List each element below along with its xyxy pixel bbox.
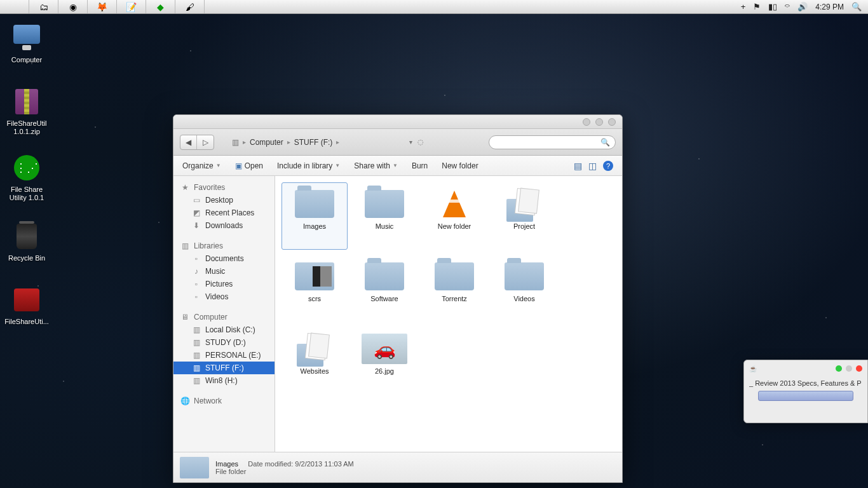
sidebar-item-videos[interactable]: ▫Videos <box>173 290 275 303</box>
add-icon[interactable]: + <box>741 2 746 11</box>
forward-button[interactable]: ▷ <box>197 135 214 149</box>
folder-music[interactable]: Music <box>351 182 417 250</box>
folder-docs-icon <box>506 186 542 222</box>
spotlight-icon[interactable]: 🔍 <box>851 2 862 11</box>
sidebar-item-personal[interactable]: ▥PERSONAL (E:) <box>173 349 275 362</box>
sidebar-item-stuff[interactable]: ▥STUFF (F:) <box>173 362 275 374</box>
sidebar-item-recent[interactable]: ◩Recent Places <box>173 207 275 219</box>
view-mode-icon[interactable]: ▤ <box>574 161 582 171</box>
sidebar-item-documents[interactable]: ▫Documents <box>173 252 275 265</box>
folder-preview-icon <box>295 262 334 290</box>
new-folder-button[interactable]: New folder <box>442 161 478 170</box>
sidebar-item-pictures[interactable]: ▫Pictures <box>173 278 275 290</box>
menubar-firefox-icon[interactable]: 🦊 <box>88 0 117 13</box>
drive-icon: ▥ <box>191 325 201 335</box>
zoom-button[interactable] <box>595 118 603 126</box>
command-bar: Organize▼ ▣Open Include in library▼ Shar… <box>173 156 622 176</box>
chevron-right-icon: ▸ <box>243 139 246 146</box>
close-button[interactable] <box>608 118 616 126</box>
java-popup-window[interactable]: ☕ _ Review 2013 Specs, Features & P <box>743 360 868 423</box>
status-modified-label: Date modified: <box>248 460 293 468</box>
sidebar-item-study[interactable]: ▥STUDY (D:) <box>173 336 275 349</box>
popup-titlebar[interactable]: ☕ <box>749 363 862 374</box>
trash-icon <box>17 224 37 249</box>
java-icon: ☕ <box>749 365 757 372</box>
menubar-notes-icon[interactable]: 📝 <box>117 0 146 13</box>
popup-min-button[interactable] <box>836 365 842 372</box>
help-icon[interactable]: ? <box>603 161 613 171</box>
folder-docs-icon <box>297 331 332 367</box>
file-26-jpg[interactable]: 🚗26.jpg <box>351 327 417 395</box>
desktop-icon-archive[interactable]: FileShareUtil 1.0.1.zip <box>1 86 52 136</box>
apple-menu-icon[interactable] <box>0 0 29 13</box>
sidebar-group-network[interactable]: 🌐Network <box>173 395 275 407</box>
sidebar-group-favorites[interactable]: ★Favorites <box>173 181 275 194</box>
breadcrumb-root[interactable]: Computer <box>250 138 283 147</box>
window-titlebar[interactable] <box>173 115 622 129</box>
sidebar-item-downloads[interactable]: ⬇Downloads <box>173 219 275 232</box>
share-menu[interactable]: Share with▼ <box>354 161 398 170</box>
folder-icon <box>505 262 544 290</box>
burn-button[interactable]: Burn <box>412 161 428 170</box>
menubar-chrome-icon[interactable]: ◉ <box>58 0 88 13</box>
menubar-brush-icon[interactable]: 🖌 <box>175 0 205 13</box>
menubar: 🗂 ◉ 🦊 📝 ◆ 🖌 + ⚑ ▮▯ ⌔ 🔊 4:29 PM 🔍 <box>0 0 868 14</box>
status-item-type: File folder <box>215 468 246 475</box>
monitor-icon <box>13 25 40 44</box>
search-input[interactable]: 🔍 <box>489 135 616 149</box>
back-button[interactable]: ◀ <box>180 135 197 149</box>
sidebar-group-libraries[interactable]: ▥Libraries <box>173 240 275 252</box>
folder-project[interactable]: Project <box>491 182 557 250</box>
breadcrumb-current[interactable]: STUFF (F:) <box>294 138 333 147</box>
organize-menu[interactable]: Organize▼ <box>182 161 221 170</box>
preview-pane-icon[interactable]: ◫ <box>588 161 597 171</box>
folder-scrs[interactable]: scrs <box>281 255 348 322</box>
app-icon <box>14 288 39 311</box>
desktop-icon-recycle-bin[interactable]: Recycle Bin <box>1 221 52 262</box>
popup-text: _ Review 2013 Specs, Features & P <box>749 379 862 387</box>
folder-new-folder[interactable]: New folder <box>421 182 487 250</box>
open-button[interactable]: ▣Open <box>235 161 263 170</box>
menubar-app-icon[interactable]: 🗂 <box>29 0 58 13</box>
progress-bar <box>758 391 853 401</box>
desktop-icon-label: File Share Utility 1.0.1 <box>1 186 52 202</box>
desktop-icon-share-utility[interactable]: File Share Utility 1.0.1 <box>1 152 52 202</box>
status-preview-icon <box>180 457 209 478</box>
sidebar-item-desktop[interactable]: ▭Desktop <box>173 194 275 207</box>
sidebar-item-win8[interactable]: ▥Win8 (H:) <box>173 374 275 387</box>
archive-icon <box>15 89 38 114</box>
volume-icon[interactable]: 🔊 <box>797 2 808 11</box>
battery-icon[interactable]: ▮▯ <box>768 2 777 11</box>
star-icon: ★ <box>180 182 190 193</box>
folder-websites[interactable]: Websites <box>281 327 348 395</box>
minimize-button[interactable] <box>583 118 590 126</box>
nav-buttons: ◀ ▷ <box>180 135 214 150</box>
include-library-menu[interactable]: Include in library▼ <box>277 161 340 170</box>
refresh-icon[interactable]: ◌ <box>417 138 424 146</box>
folder-software[interactable]: Software <box>351 255 417 322</box>
popup-close-button[interactable] <box>856 365 862 372</box>
desktop-icon-computer[interactable]: Computer <box>1 23 52 64</box>
sidebar-item-music[interactable]: ♪Music <box>173 265 275 278</box>
folder-icon <box>365 262 404 290</box>
content-area[interactable]: Images Music New folder Project scrs Sof… <box>275 176 622 452</box>
folder-videos[interactable]: Videos <box>491 255 557 322</box>
clock[interactable]: 4:29 PM <box>815 3 844 11</box>
flag-icon[interactable]: ⚑ <box>753 2 761 11</box>
network-icon: 🌐 <box>180 396 190 406</box>
wifi-icon[interactable]: ⌔ <box>785 2 790 11</box>
folder-images[interactable]: Images <box>281 182 348 250</box>
status-item-name: Images <box>215 460 238 468</box>
sidebar-item-local-disk[interactable]: ▥Local Disk (C:) <box>173 323 275 336</box>
menubar-share-icon[interactable]: ◆ <box>146 0 175 13</box>
desktop-icon-fileshare[interactable]: FileShareUti... <box>1 285 52 326</box>
share-icon <box>14 155 39 180</box>
folder-torrentz[interactable]: Torrentz <box>421 255 487 322</box>
dropdown-icon[interactable]: ▾ <box>409 139 412 146</box>
popup-zoom-button[interactable] <box>846 365 852 372</box>
sidebar-group-computer[interactable]: 🖥Computer <box>173 311 275 323</box>
drive-icon: ▥ <box>191 376 201 386</box>
status-bar: Images Date modified: 9/2/2013 11:03 AM … <box>173 452 622 482</box>
download-icon: ⬇ <box>191 220 201 231</box>
computer-icon: 🖥 <box>180 312 190 322</box>
